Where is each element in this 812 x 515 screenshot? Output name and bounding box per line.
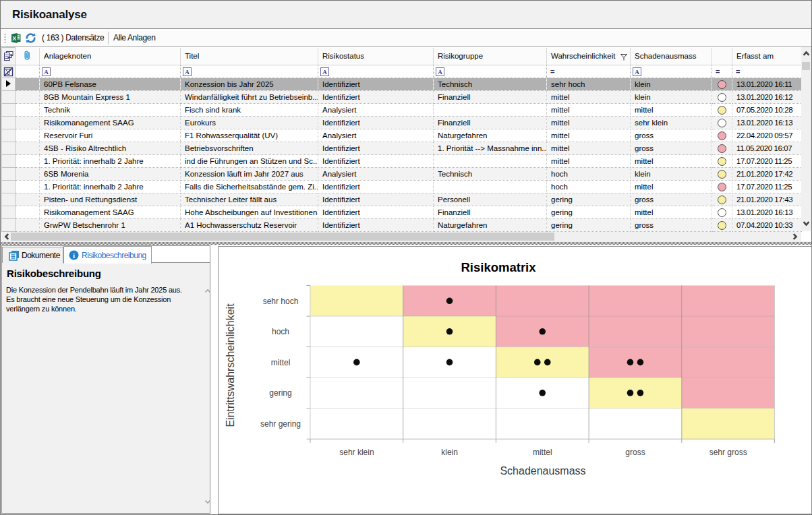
svg-text:gering: gering bbox=[269, 388, 291, 398]
svg-text:mittel: mittel bbox=[271, 358, 291, 367]
svg-text:hoch: hoch bbox=[272, 327, 289, 336]
svg-text:sehr gering: sehr gering bbox=[260, 419, 301, 429]
svg-text:klein: klein bbox=[441, 448, 458, 457]
svg-text:gross: gross bbox=[625, 448, 645, 457]
svg-text:sehr gross: sehr gross bbox=[709, 448, 747, 457]
svg-text:sehr hoch: sehr hoch bbox=[263, 297, 299, 306]
svg-text:mittel: mittel bbox=[533, 448, 552, 457]
svg-text:i: i bbox=[73, 251, 75, 260]
svg-text:Eintrittswahrscheinlichkeit: Eintrittswahrscheinlichkeit bbox=[225, 303, 236, 427]
svg-text:X: X bbox=[12, 35, 16, 42]
svg-text:Schadenausmass: Schadenausmass bbox=[500, 465, 585, 477]
svg-text:Risikomatrix: Risikomatrix bbox=[461, 260, 536, 274]
svg-text:sehr klein: sehr klein bbox=[339, 448, 374, 457]
